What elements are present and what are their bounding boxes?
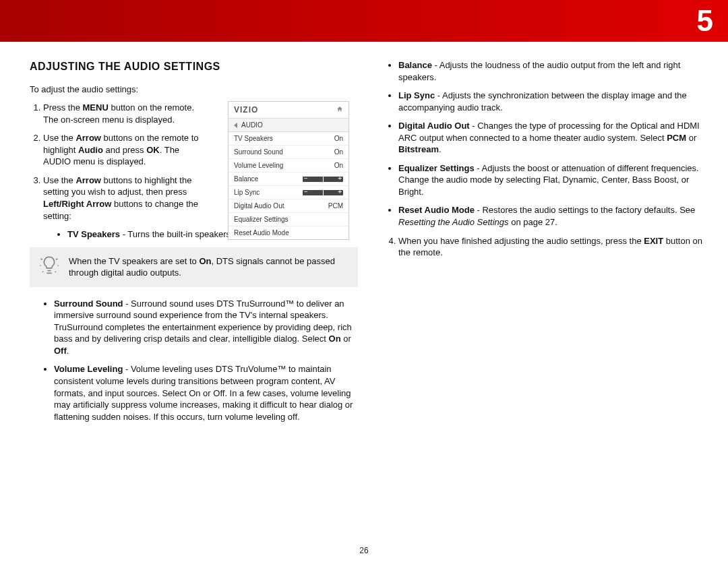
page-content: ADJUSTING THE AUDIO SETTINGS To adjust t…	[0, 42, 728, 542]
osd-row-label: Volume Leveling	[234, 162, 283, 169]
osd-row-label: Balance	[234, 175, 258, 183]
text: on page 27.	[509, 217, 557, 227]
bullet-surround: Surround Sound - Surround sound uses DTS…	[54, 298, 358, 357]
osd-header: VIZIO	[229, 102, 348, 119]
text: Use the	[43, 175, 75, 185]
audio-ref: Audio	[78, 145, 103, 155]
arrow-ref: Arrow	[75, 175, 101, 185]
osd-row-label: TV Speakers	[234, 135, 273, 142]
arrow-ref: Arrow	[75, 133, 101, 143]
reset-label: Reset Audio Mode	[398, 205, 475, 215]
equalizer-label: Equalizer Settings	[398, 163, 475, 173]
osd-row-value: On	[334, 148, 343, 156]
callout-text: When the TV speakers are set to On, DTS …	[69, 255, 348, 279]
vizio-logo: VIZIO	[234, 105, 258, 115]
chapter-number: 5	[697, 4, 713, 38]
page-number: 26	[0, 546, 728, 555]
bitstream-label: Bitstream	[398, 144, 439, 154]
lipsync-label: Lip Sync	[398, 90, 435, 100]
text: or	[341, 334, 351, 344]
volume-leveling-label: Volume Leveling	[54, 364, 123, 374]
bullet-lip-sync: Lip Sync - Adjusts the synchronization b…	[398, 90, 713, 113]
osd-slider: −+	[303, 190, 343, 195]
right-column: Balance - Adjusts the loudness of the au…	[385, 59, 713, 429]
osd-row-label: Surround Sound	[234, 148, 283, 156]
osd-row: Surround SoundOn	[229, 146, 348, 159]
osd-row: Volume LevelingOn	[229, 159, 348, 173]
section-heading: ADJUSTING THE AUDIO SETTINGS	[30, 59, 358, 74]
tv-speakers-label: TV Speakers	[67, 229, 120, 239]
text: .	[439, 144, 442, 154]
balance-label: Balance	[398, 60, 432, 70]
menu-button-ref: MENU	[83, 102, 109, 113]
osd-row: Digital Audio OutPCM	[229, 199, 348, 213]
osd-row: Reset Audio Mode	[229, 226, 348, 239]
osd-row-label: Equalizer Settings	[234, 216, 289, 223]
osd-subheader: AUDIO	[229, 119, 348, 132]
text: Use the	[43, 133, 75, 143]
osd-title: AUDIO	[241, 121, 263, 129]
back-triangle-icon	[234, 123, 237, 128]
bullet-digital-audio-out: Digital Audio Out - Changes the type of …	[398, 120, 713, 156]
osd-slider: −+	[303, 177, 343, 182]
manual-page: 5 ADJUSTING THE AUDIO SETTINGS To adjust…	[0, 0, 728, 562]
osd-row: Equalizer Settings	[229, 213, 348, 226]
osd-rows: TV SpeakersOnSurround SoundOnVolume Leve…	[229, 132, 348, 239]
bullet-balance: Balance - Adjusts the loudness of the au…	[398, 59, 713, 83]
osd-row-value: On	[334, 135, 343, 142]
note-callout: When the TV speakers are set to On, DTS …	[30, 247, 358, 287]
audio-osd-menu: VIZIO AUDIO TV SpeakersOnSurround SoundO…	[228, 101, 349, 240]
exit-ref: EXIT	[644, 236, 663, 246]
bullet-equalizer: Equalizer Settings - Adjusts the boost o…	[398, 162, 713, 198]
text: .	[67, 346, 69, 356]
bullet-volume-leveling: Volume Leveling - Volume leveling uses D…	[54, 363, 358, 423]
step-4: When you have finished adjusting the aud…	[398, 235, 713, 259]
text: - Adjusts the synchronization between th…	[398, 90, 687, 113]
text: When you have finished adjusting the aud…	[398, 236, 644, 246]
reset-reference: Resetting the Audio Settings	[398, 217, 509, 227]
home-icon	[336, 106, 343, 114]
pcm-label: PCM	[667, 133, 686, 143]
osd-row-label: Lip Sync	[234, 189, 260, 196]
on-label: On	[329, 334, 341, 344]
chapter-banner: 5	[0, 0, 728, 42]
intro-text: To adjust the audio settings:	[30, 84, 358, 96]
text: - Adjusts the loudness of the audio outp…	[398, 60, 680, 82]
osd-row-label: Reset Audio Mode	[234, 229, 289, 237]
text: Press the	[43, 102, 83, 113]
text: - Restores the audio settings to the fac…	[475, 205, 695, 215]
off-label: Off	[54, 346, 67, 356]
text: or	[686, 133, 696, 143]
osd-row-value: PCM	[328, 202, 343, 210]
lightbulb-icon	[39, 255, 59, 279]
lr-arrow-ref: Left/Right Arrow	[43, 199, 111, 209]
bullet-reset-audio: Reset Audio Mode - Restores the audio se…	[398, 204, 713, 228]
osd-row: Lip Sync−+	[229, 186, 348, 199]
surround-label: Surround Sound	[54, 299, 123, 309]
osd-row-value: On	[334, 162, 343, 169]
osd-row-label: Digital Audio Out	[234, 202, 284, 210]
osd-row: TV SpeakersOn	[229, 132, 348, 146]
text: and press	[103, 145, 146, 155]
ok-ref: OK	[146, 145, 160, 155]
dao-label: Digital Audio Out	[398, 121, 470, 131]
osd-row: Balance−+	[229, 173, 348, 186]
